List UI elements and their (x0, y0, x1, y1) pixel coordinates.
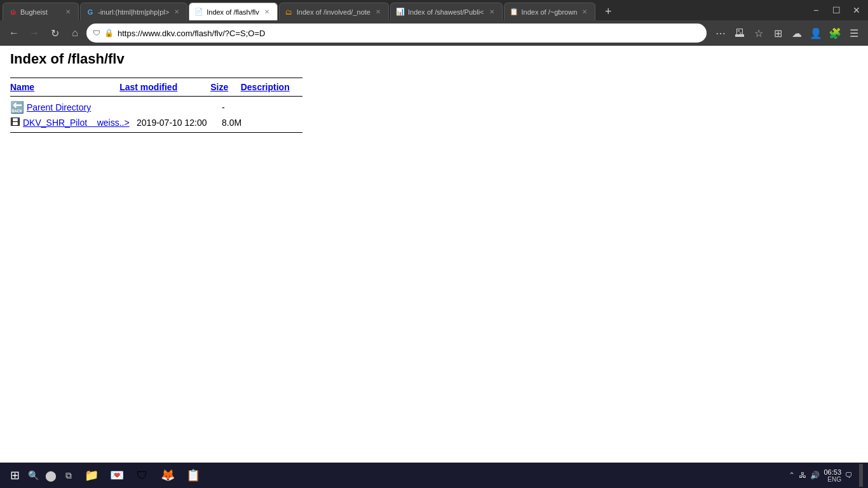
menu-button[interactable]: ☰ (845, 24, 863, 42)
col-header-modified: Last modified (119, 81, 210, 93)
tabs-container: 🐞 Bugheist ✕ G -inurl:(html|htm|php|pl> … (3, 0, 802, 20)
title-bar: 🐞 Bugheist ✕ G -inurl:(html|htm|php|pl> … (0, 0, 868, 20)
extensions-button[interactable]: 🧩 (826, 24, 844, 42)
tab-close-index-gbrown[interactable]: ✕ (580, 7, 590, 17)
table-bottom-rule (10, 132, 302, 133)
tab-favicon-index-gbrown: 📋 (510, 8, 519, 17)
page-title: Index of /flash/flv (10, 51, 858, 67)
entry-name-parent: 🔙 Parent Directory (10, 99, 137, 116)
close-button[interactable]: ✕ (848, 1, 865, 19)
tab-favicon-inurl: G (86, 8, 95, 17)
tab-index-gbrown[interactable]: 📋 Index of /~gbrown ✕ (504, 3, 596, 20)
tab-label-index-flv: Index of /flash/flv (207, 8, 259, 16)
tab-close-index-involved[interactable]: ✕ (373, 7, 383, 17)
sync-button[interactable]: ☁ (788, 24, 806, 42)
tab-label-index-involved: Index of /involved/_note (297, 8, 370, 16)
maximize-button[interactable]: ☐ (827, 1, 845, 19)
window-controls: − ☐ ✕ (807, 1, 865, 19)
browser-window: 🐞 Bugheist ✕ G -inurl:(html|htm|php|pl> … (0, 0, 868, 463)
tab-label-index-shawest: Index of /shawest/Publi< (408, 8, 484, 16)
tab-index-involved[interactable]: 🗂 Index of /involved/_note ✕ (279, 3, 389, 20)
table-row: 🔙 Parent Directory - (10, 99, 302, 116)
tab-favicon-index-flv: 📄 (194, 8, 203, 17)
address-text: https://www.dkv.com/flash/flv/?C=S;O=D (118, 29, 700, 38)
col-header-desc: Description (241, 81, 302, 93)
minimize-button[interactable]: − (807, 1, 825, 19)
tab-label-index-gbrown: Index of /~gbrown (522, 8, 578, 16)
entry-modified-parent (137, 99, 222, 116)
sort-name-link[interactable]: Name (10, 82, 34, 92)
tab-favicon-index-shawest: 📊 (396, 8, 405, 17)
table-header-row: Name Last modified Size Description (10, 81, 302, 93)
table-header-rule (10, 96, 302, 97)
parent-directory-link[interactable]: Parent Directory (27, 102, 91, 112)
film-file-icon: 🎞 (10, 117, 20, 128)
entry-modified-dkv: 2019-07-10 12:00 (137, 116, 222, 130)
nav-right-buttons: ⋯ 🗳 ☆ ⊞ ☁ 👤 🧩 ☰ (712, 24, 863, 42)
tab-index-flv[interactable]: 📄 Index of /flash/flv ✕ (189, 3, 278, 20)
tab-index-shawest[interactable]: 📊 Index of /shawest/Publi< ✕ (390, 3, 503, 20)
lock-icon: 🔒 (104, 29, 114, 37)
sort-desc-link[interactable]: Description (241, 82, 290, 92)
tab-label-inurl: -inurl:(html|htm|php|pl> (98, 8, 169, 16)
bookmark-button[interactable]: ☆ (750, 24, 768, 42)
table-row: 🎞 DKV_SHR_Pilot weiss..> 2019-07-10 12:0… (10, 116, 302, 130)
parent-dir-icon: 🔙 (10, 100, 24, 114)
sort-size-link[interactable]: Size (210, 82, 228, 92)
col-header-size: Size (210, 81, 240, 93)
sort-modified-link[interactable]: Last modified (119, 82, 177, 92)
forward-button[interactable]: → (25, 24, 43, 42)
tab-close-index-flv[interactable]: ✕ (262, 7, 272, 17)
tab-close-inurl[interactable]: ✕ (172, 7, 182, 17)
tab-close-bugheist[interactable]: ✕ (63, 7, 73, 17)
tab-bugheist[interactable]: 🐞 Bugheist ✕ (3, 3, 79, 20)
more-options-button[interactable]: ⋯ (712, 24, 729, 42)
directory-table: Name Last modified Size Description (10, 81, 302, 93)
new-tab-button[interactable]: + (599, 3, 617, 20)
entry-name-dkv: 🎞 DKV_SHR_Pilot weiss..> (10, 116, 137, 130)
entry-size-dkv: 8.0M (222, 116, 252, 130)
page-content: Index of /flash/flv Name Last modified S… (0, 46, 868, 463)
back-button[interactable]: ← (5, 24, 23, 42)
tab-favicon-bugheist: 🐞 (8, 8, 17, 17)
reload-button[interactable]: ↻ (46, 24, 64, 42)
entry-desc-dkv (252, 116, 302, 130)
directory-entries-table: 🔙 Parent Directory - 🎞 DKV_SHR_Pilot wei… (10, 99, 302, 130)
account-button[interactable]: 👤 (807, 24, 825, 42)
entry-size-parent: - (222, 99, 252, 116)
tab-close-index-shawest[interactable]: ✕ (487, 7, 497, 17)
address-bar[interactable]: 🛡 🔒 https://www.dkv.com/flash/flv/?C=S;O… (86, 24, 707, 43)
tab-favicon-index-involved: 🗂 (285, 8, 294, 17)
library-button[interactable]: ⊞ (769, 24, 787, 42)
shield-icon: 🛡 (93, 29, 100, 37)
table-top-rule (10, 78, 302, 78)
pocket-button[interactable]: 🗳 (731, 24, 749, 42)
file-link-dkv[interactable]: DKV_SHR_Pilot weiss..> (23, 118, 130, 128)
home-button[interactable]: ⌂ (66, 24, 84, 42)
nav-bar: ← → ↻ ⌂ 🛡 🔒 https://www.dkv.com/flash/fl… (0, 20, 868, 46)
tab-inurl[interactable]: G -inurl:(html|htm|php|pl> ✕ (80, 3, 187, 20)
col-header-name: Name (10, 81, 119, 93)
entry-desc-parent (252, 99, 302, 116)
tab-label-bugheist: Bugheist (20, 8, 60, 16)
